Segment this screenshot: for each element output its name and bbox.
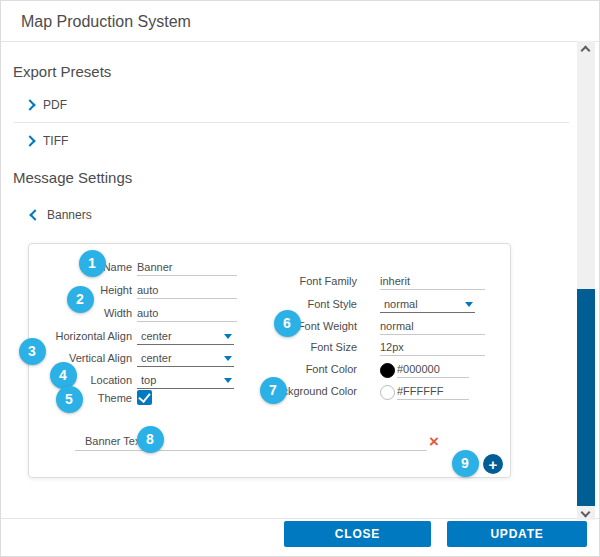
field-value: normal [380,320,414,332]
background-color-swatch[interactable] [380,385,395,400]
banners-back-link[interactable]: Banners [31,208,92,222]
footer-divider [1,518,599,519]
preset-divider [14,122,569,123]
field-value: 12px [380,341,404,353]
banners-back-label: Banners [47,208,92,222]
field-label-font-family: Font Family [199,274,357,289]
field-label-font-style: Font Style [199,297,357,312]
field-label-font-color: Font Color [199,362,357,377]
callout-badge-9: 9 [452,450,479,477]
preset-row-tiff[interactable]: TIFF [26,132,68,150]
header-divider [1,41,599,42]
checkmark-icon [138,390,150,403]
callout-badge-5: 5 [56,386,83,413]
chevron-right-icon [24,99,35,110]
field-value: inherit [380,275,410,287]
close-button[interactable]: CLOSE [284,521,431,547]
font-style-select[interactable]: normal [380,296,475,313]
chevron-down-icon [224,378,232,383]
add-banner-button[interactable]: + [483,454,503,474]
font-color-swatch[interactable] [380,363,395,378]
field-value: auto [137,307,158,319]
font-family-input[interactable]: inherit [380,273,485,290]
font-weight-input[interactable]: normal [380,318,485,335]
preset-label-tiff: TIFF [43,134,68,148]
callout-badge-1: 1 [79,250,106,277]
field-label-horizontal-align: Horizontal Align [29,329,132,344]
chevron-right-icon [24,135,35,146]
preset-row-pdf[interactable]: PDF [26,96,67,114]
field-value: center [137,330,172,342]
dialog-title: Map Production System [21,13,191,31]
font-color-input[interactable]: #000000 [397,361,469,378]
field-value: top [137,374,156,386]
font-size-input[interactable]: 12px [380,339,485,356]
update-button[interactable]: UPDATE [447,521,587,547]
background-color-input[interactable]: #FFFFFF [397,383,469,400]
field-label-location: Location [29,373,132,388]
banner-settings-panel: Banner Text × + NameBannerHeightautoWidt… [28,243,511,478]
callout-badge-4: 4 [50,362,77,389]
callout-badge-6: 6 [274,310,301,337]
theme-checkbox[interactable] [137,390,152,405]
map-production-system-dialog: Map Production System Export Presets PDF… [0,0,600,557]
remove-banner-icon[interactable]: × [429,434,439,450]
chevron-down-icon [465,302,473,307]
callout-badge-3: 3 [19,338,46,365]
scroll-down-icon[interactable] [581,508,591,518]
field-value: normal [380,298,418,310]
chevron-down-icon [224,334,232,339]
callout-badge-8: 8 [137,426,164,453]
field-label-font-size: Font Size [199,340,357,355]
chevron-left-icon [29,209,40,220]
message-settings-heading: Message Settings [13,169,132,186]
scroll-up-icon[interactable] [581,46,591,56]
export-presets-heading: Export Presets [13,63,111,80]
callout-badge-7: 7 [260,377,287,404]
preset-label-pdf: PDF [43,98,67,112]
banner-text-input[interactable] [75,434,427,451]
field-value: auto [137,284,158,296]
field-value: Banner [137,261,172,273]
field-value: center [137,352,172,364]
callout-badge-2: 2 [67,286,94,313]
scrollbar-track[interactable] [577,41,595,520]
scrollbar-thumb[interactable] [577,289,595,506]
chevron-down-icon [224,356,232,361]
